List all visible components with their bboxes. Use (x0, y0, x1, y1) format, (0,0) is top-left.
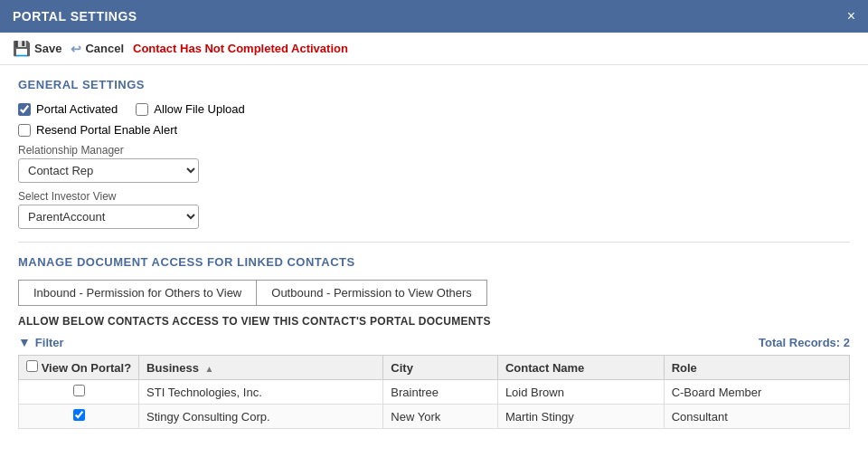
investor-view-select[interactable]: ParentAccount ChildAccount (18, 205, 199, 229)
table-row: Stingy Consulting Corp.New YorkMartin St… (19, 405, 850, 429)
col-header-checkbox: View On Portal? (19, 356, 139, 380)
portal-activated-checkbox[interactable] (18, 103, 31, 116)
investor-view-field: Select Investor View ParentAccount Child… (18, 190, 850, 229)
table-header-row: View On Portal? Business ▲ City Contact … (19, 356, 850, 380)
cell-business: STI Technologies, Inc. (139, 380, 383, 405)
checkbox-row-2: Resend Portal Enable Alert (18, 123, 850, 137)
portal-activated-label: Portal Activated (36, 102, 118, 116)
cell-city: New York (383, 405, 498, 429)
toolbar: 💾 Save ↩ Cancel Contact Has Not Complete… (0, 33, 868, 65)
allow-file-upload-checkbox[interactable] (136, 103, 148, 116)
cell-contact-name: Loid Brown (497, 380, 664, 405)
filter-row: ▼ Filter Total Records: 2 (18, 335, 850, 349)
filter-icon: ▼ (18, 335, 31, 349)
resend-portal-label: Resend Portal Enable Alert (36, 123, 177, 137)
investor-view-label: Select Investor View (18, 190, 850, 203)
resend-portal-checkbox[interactable] (18, 124, 31, 137)
general-settings-section: GENERAL SETTINGS Portal Activated Allow … (18, 78, 850, 229)
row-checkbox[interactable] (73, 409, 85, 421)
manage-section: MANAGE DOCUMENT ACCESS FOR LINKED CONTAC… (18, 255, 850, 429)
allow-file-upload-field[interactable]: Allow File Upload (136, 102, 244, 116)
col-header-view-on-portal: View On Portal? (42, 361, 131, 375)
cell-city: Braintree (383, 380, 498, 405)
relationship-manager-label: Relationship Manager (18, 144, 850, 157)
cell-business: Stingy Consulting Corp. (139, 405, 383, 429)
total-records: Total Records: 2 (759, 336, 850, 349)
warning-text: Contact Has Not Completed Activation (133, 42, 348, 55)
filter-button[interactable]: ▼ Filter (18, 335, 64, 349)
col-header-role: Role (664, 356, 849, 380)
select-all-checkbox[interactable] (26, 360, 38, 372)
relationship-manager-select[interactable]: Contact Rep Other Rep (18, 158, 199, 183)
general-settings-title: GENERAL SETTINGS (18, 78, 850, 91)
cell-contact-name: Martin Stingy (497, 405, 664, 429)
row-checkbox[interactable] (73, 385, 85, 396)
resend-portal-field[interactable]: Resend Portal Enable Alert (18, 123, 177, 137)
cell-role: Consultant (664, 405, 849, 429)
section-divider (18, 242, 850, 243)
checkbox-row-1: Portal Activated Allow File Upload (18, 102, 850, 116)
cell-role: C-Board Member (664, 380, 849, 405)
portal-activated-field[interactable]: Portal Activated (18, 102, 118, 116)
tab-container: Inbound - Permission for Others to View … (18, 280, 487, 306)
col-header-business: Business ▲ (139, 356, 383, 380)
tab-inbound[interactable]: Inbound - Permission for Others to View (19, 281, 257, 305)
cell-checkbox (19, 405, 139, 429)
col-header-city: City (383, 356, 498, 380)
cancel-icon: ↩ (71, 42, 81, 56)
sort-arrow-business: ▲ (205, 364, 214, 374)
modal-title: PORTAL SETTINGS (13, 9, 137, 24)
cell-checkbox (19, 380, 139, 405)
allow-text: ALLOW BELOW CONTACTS ACCESS TO VIEW THIS… (18, 315, 850, 328)
save-label: Save (34, 42, 61, 55)
modal-header: PORTAL SETTINGS × (0, 0, 868, 33)
close-button[interactable]: × (847, 9, 855, 24)
cancel-button[interactable]: ↩ Cancel (71, 42, 124, 56)
modal-body: GENERAL SETTINGS Portal Activated Allow … (0, 65, 868, 442)
table-row: STI Technologies, Inc.BraintreeLoid Brow… (19, 380, 850, 405)
table-body: STI Technologies, Inc.BraintreeLoid Brow… (19, 380, 850, 429)
save-button[interactable]: 💾 Save (13, 40, 61, 57)
tab-outbound[interactable]: Outbound - Permission to View Others (257, 281, 486, 305)
relationship-manager-field: Relationship Manager Contact Rep Other R… (18, 144, 850, 183)
col-header-contact-name: Contact Name (497, 356, 664, 380)
filter-label: Filter (35, 336, 64, 349)
contacts-table: View On Portal? Business ▲ City Contact … (18, 355, 850, 429)
save-icon: 💾 (13, 40, 31, 57)
cancel-label: Cancel (85, 42, 124, 55)
allow-file-upload-label: Allow File Upload (154, 102, 244, 116)
manage-section-title: MANAGE DOCUMENT ACCESS FOR LINKED CONTAC… (18, 255, 850, 269)
